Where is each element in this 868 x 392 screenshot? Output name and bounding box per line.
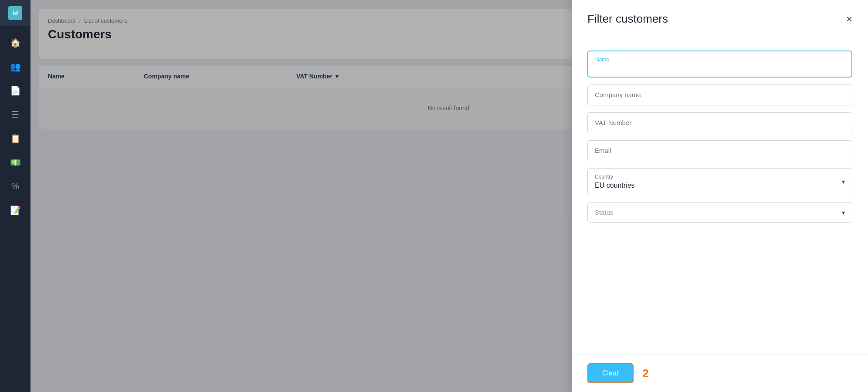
company-name-field-wrapper[interactable] [587,84,852,105]
country-select-label: Country [595,174,845,180]
customers-icon: 👥 [10,61,21,72]
name-field-wrapper[interactable]: Name [587,51,852,78]
percent-icon: % [11,181,19,191]
company-name-input[interactable] [595,91,845,98]
email-field-wrapper[interactable] [587,140,852,161]
sidebar-item-list[interactable]: ☰ [0,102,31,126]
filter-body: Name Country EU countries ▾ Status ▾ [572,38,868,354]
filter-count-badge: 2 [642,367,648,380]
sidebar-item-percent[interactable]: % [0,174,31,198]
sidebar-item-customers[interactable]: 👥 [0,54,31,78]
notes-icon: 📝 [10,205,21,216]
home-icon: 🏠 [10,37,21,48]
sidebar-logo: id [0,0,31,26]
sidebar-item-invoice[interactable]: 📋 [0,126,31,150]
name-field-label: Name [595,57,844,63]
sidebar-item-home[interactable]: 🏠 [0,30,31,54]
list-icon: ☰ [11,109,19,120]
status-placeholder: Status [595,208,845,217]
filter-panel: Filter customers × Name Country EU count… [572,0,868,392]
email-input[interactable] [595,147,845,154]
status-select[interactable]: Status ▾ [587,202,852,223]
country-select-value: EU countries [595,182,845,189]
invoice-icon: 📋 [10,133,21,144]
logo-text: id [13,10,18,17]
filter-title: Filter customers [587,12,668,26]
country-select[interactable]: Country EU countries ▾ [587,168,852,195]
documents-icon: 📄 [10,85,21,96]
logo-box: id [8,6,22,20]
sidebar-item-notes[interactable]: 📝 [0,198,31,222]
close-button[interactable]: × [846,14,852,24]
vat-input[interactable] [595,119,845,126]
clear-button[interactable]: Clear [587,363,634,383]
filter-header: Filter customers × [572,0,868,38]
chevron-down-icon: ▾ [842,178,845,185]
status-chevron-icon: ▾ [842,209,845,216]
name-input[interactable] [595,64,844,71]
sidebar: id 🏠 👥 📄 ☰ 📋 💵 % 📝 [0,0,31,392]
sidebar-item-money[interactable]: 💵 [0,150,31,174]
filter-footer: Clear 2 [572,354,868,392]
vat-field-wrapper[interactable] [587,112,852,133]
sidebar-item-documents[interactable]: 📄 [0,78,31,102]
money-icon: 💵 [10,157,21,168]
